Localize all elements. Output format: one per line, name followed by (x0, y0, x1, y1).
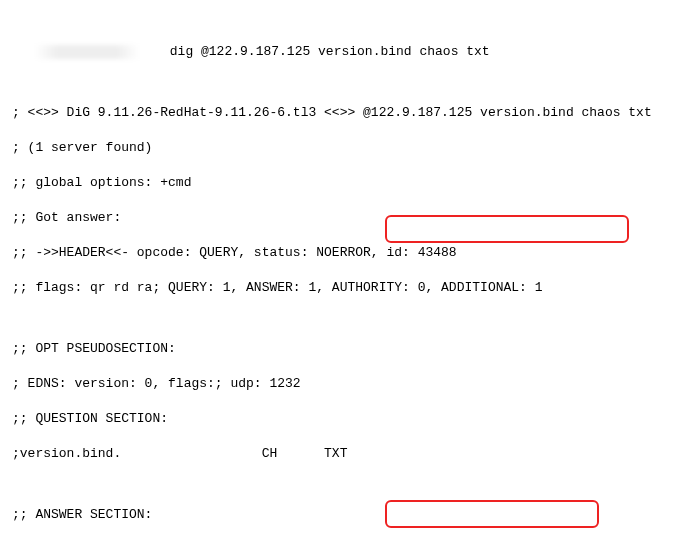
redacted-user-host (12, 45, 162, 59)
prompt-line: dig @122.9.187.125 version.bind chaos tx… (12, 43, 688, 61)
cmd1: dig @122.9.187.125 version.bind chaos tx… (170, 44, 490, 59)
terminal-output: dig @122.9.187.125 version.bind chaos tx… (0, 0, 700, 543)
banner1: ; <<>> DiG 9.11.26-RedHat-9.11.26-6.tl3 … (12, 104, 688, 122)
